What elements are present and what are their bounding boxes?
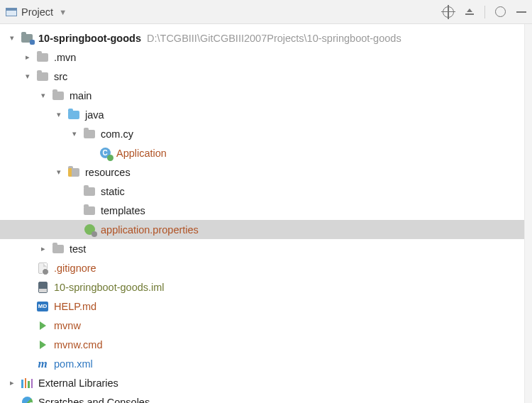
node-label: resources <box>85 167 131 178</box>
runnable-file-icon <box>35 319 50 333</box>
minimize-icon <box>516 11 526 13</box>
tree-node-mvnw-cmd[interactable]: mvnw.cmd <box>0 335 532 354</box>
folder-icon <box>35 70 50 84</box>
node-label: static <box>101 186 125 197</box>
chevron-down-icon[interactable]: ▾ <box>51 107 67 123</box>
node-label: mvnw <box>54 320 81 331</box>
chevron-placeholder <box>20 356 35 372</box>
chevron-placeholder <box>20 337 35 353</box>
chevron-right-icon[interactable]: ▸ <box>20 50 35 65</box>
toolbar-title: Project <box>21 6 53 18</box>
project-window-icon <box>6 8 17 16</box>
module-folder-icon <box>20 31 34 45</box>
scratches-icon <box>20 395 34 404</box>
tree-node-src[interactable]: ▾ src <box>0 67 532 86</box>
chevron-placeholder <box>20 299 35 314</box>
package-icon <box>82 127 96 141</box>
tree-node-scratches[interactable]: Scratches and Consoles <box>0 392 532 403</box>
gear-icon <box>495 6 506 17</box>
collapse-all-icon <box>465 9 474 15</box>
tree-node-help-md[interactable]: MD HELP.md <box>0 297 532 316</box>
toolbar-divider <box>484 6 485 18</box>
resources-folder-icon <box>67 165 81 180</box>
target-icon <box>443 6 454 18</box>
tree-node-pom[interactable]: m pom.xml <box>0 354 532 373</box>
node-label: HELP.md <box>54 301 96 312</box>
tree-node-resources[interactable]: ▾ resources <box>0 162 532 182</box>
class-run-icon: C <box>98 146 112 160</box>
folder-icon <box>82 184 96 199</box>
tree-node-static[interactable]: static <box>0 182 532 201</box>
node-label: templates <box>101 205 145 216</box>
chevron-placeholder <box>82 145 98 161</box>
libraries-icon <box>20 376 34 390</box>
tree-node-mvnw[interactable]: mvnw <box>0 316 532 335</box>
tree-node-project-root[interactable]: ▾ 10-springboot-goods D:\TCGBIII\GitCGBI… <box>0 28 532 48</box>
project-toolbar: Project ▼ <box>0 0 532 24</box>
chevron-right-icon[interactable]: ▸ <box>4 375 20 391</box>
node-label: mvnw.cmd <box>54 339 103 350</box>
chevron-placeholder <box>67 203 82 219</box>
tree-node-mvn[interactable]: ▸ .mvn <box>0 48 532 67</box>
tree-node-application-class[interactable]: C Application <box>0 143 532 162</box>
node-label: External Libraries <box>38 377 118 389</box>
chevron-down-icon[interactable]: ▾ <box>51 165 67 180</box>
tree-node-main[interactable]: ▾ main <box>0 86 532 105</box>
node-label: test <box>70 243 86 255</box>
node-label: 10-springboot-goods.iml <box>54 282 165 293</box>
markdown-file-icon: MD <box>35 299 50 314</box>
chevron-placeholder <box>67 184 82 199</box>
source-folder-icon <box>67 108 81 122</box>
tree-node-templates[interactable]: templates <box>0 201 532 220</box>
project-tree[interactable]: ▾ 10-springboot-goods D:\TCGBIII\GitCGBI… <box>0 24 532 403</box>
tree-node-application-properties[interactable]: application.properties <box>0 220 532 239</box>
tree-node-iml[interactable]: 10-springboot-goods.iml <box>0 277 532 297</box>
tree-node-package[interactable]: ▾ com.cy <box>0 124 532 143</box>
project-selector[interactable]: Project ▼ <box>6 6 67 18</box>
folder-icon <box>51 242 65 256</box>
node-label: main <box>70 90 92 101</box>
chevron-down-icon[interactable]: ▾ <box>67 126 82 142</box>
node-label: com.cy <box>101 128 133 140</box>
node-label: Application <box>116 148 167 159</box>
node-label: 10-springboot-goods <box>38 33 141 44</box>
runnable-file-icon <box>35 338 50 352</box>
node-path: D:\TCGBIII\GitCGBIII2007Projects\10-spri… <box>147 33 401 44</box>
node-label: src <box>54 71 67 82</box>
settings-button[interactable] <box>494 6 506 18</box>
chevron-placeholder <box>4 394 20 404</box>
properties-file-icon <box>82 223 96 237</box>
collapse-all-button[interactable] <box>463 6 476 18</box>
node-label: java <box>85 109 104 121</box>
tree-node-test[interactable]: ▸ test <box>0 239 532 258</box>
tree-node-java[interactable]: ▾ java <box>0 105 532 124</box>
chevron-down-icon[interactable]: ▾ <box>20 69 35 84</box>
node-label: .mvn <box>54 52 76 63</box>
chevron-right-icon[interactable]: ▸ <box>35 241 51 257</box>
chevron-placeholder <box>20 260 35 276</box>
folder-icon <box>51 89 65 103</box>
node-label: pom.xml <box>54 358 93 370</box>
node-label: .gitignore <box>54 263 96 274</box>
tree-node-external-libraries[interactable]: ▸ External Libraries <box>0 373 532 392</box>
file-icon <box>35 261 50 275</box>
chevron-down-icon: ▼ <box>59 8 67 16</box>
node-label: application.properties <box>101 224 199 236</box>
chevron-placeholder <box>20 318 35 333</box>
chevron-down-icon[interactable]: ▾ <box>4 31 20 46</box>
iml-file-icon <box>35 280 50 294</box>
tree-node-gitignore[interactable]: .gitignore <box>0 258 532 277</box>
chevron-down-icon[interactable]: ▾ <box>35 88 51 104</box>
hide-button[interactable] <box>515 6 528 18</box>
chevron-placeholder <box>20 280 35 295</box>
select-opened-file-button[interactable] <box>442 6 455 18</box>
folder-icon <box>82 204 96 218</box>
chevron-placeholder <box>67 222 82 238</box>
node-label: Scratches and Consoles <box>38 397 150 404</box>
folder-icon <box>35 50 50 65</box>
scrollbar[interactable] <box>524 24 532 403</box>
maven-file-icon: m <box>35 357 50 371</box>
